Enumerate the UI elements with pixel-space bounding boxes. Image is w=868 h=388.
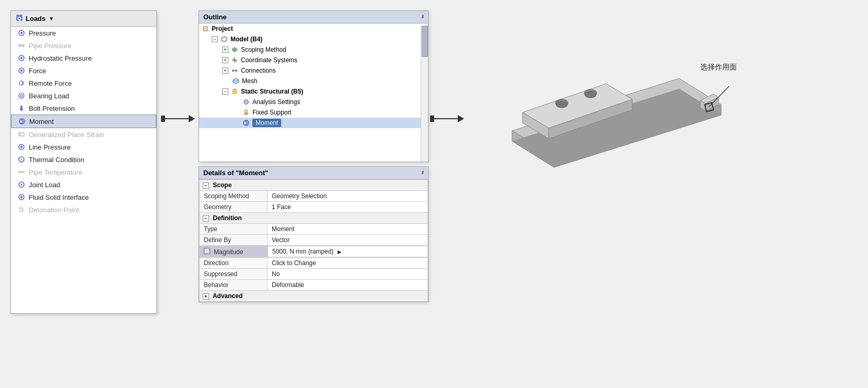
svg-point-3 xyxy=(20,32,22,34)
tree-item-static-structural[interactable]: − Static Structural (B5) xyxy=(199,86,428,97)
definition-section-header[interactable]: − Definition xyxy=(200,213,428,224)
svg-point-20 xyxy=(21,184,22,186)
scope-expand-btn[interactable]: − xyxy=(203,182,209,189)
outline-scrollbar[interactable] xyxy=(421,26,428,162)
geometry-expand[interactable]: + xyxy=(222,47,228,53)
loads-label: Loads xyxy=(26,15,45,22)
details-pin-icon[interactable]: ♯ xyxy=(421,169,424,176)
menu-item-pressure[interactable]: Pressure xyxy=(11,27,156,39)
menu-item-line-pressure[interactable]: Line Pressure xyxy=(11,141,156,153)
direction-row: Direction Click to Change xyxy=(200,258,428,269)
thermal-condition-label: Thermal Condition xyxy=(29,156,84,164)
menu-item-hydrostatic-pressure[interactable]: Hydrostatic Pressure xyxy=(11,52,156,64)
menu-item-bearing-load[interactable]: Bearing Load xyxy=(11,89,156,102)
tree-item-project[interactable]: Project xyxy=(199,24,428,34)
arrow-head-left xyxy=(189,115,195,122)
tree-item-connections[interactable]: + Connections xyxy=(199,65,428,76)
details-table: − Scope Scoping Method Geometry Selectio… xyxy=(199,179,428,302)
behavior-label: Behavior xyxy=(200,280,268,291)
menu-item-detonation-point: Detonation Point xyxy=(11,203,156,216)
magnitude-value[interactable]: 5000. N·mm (ramped) ▶ xyxy=(268,246,428,257)
geometry-label: Scoping Method xyxy=(241,46,286,53)
define-by-row: Define By Vector xyxy=(200,235,428,246)
loads-icon: Q xyxy=(15,14,24,24)
bolt-pretension-label: Bolt Pretension xyxy=(29,105,75,112)
tree-item-moment[interactable]: Moment xyxy=(199,118,428,128)
detonation-point-label: Detonation Point xyxy=(29,206,79,214)
svg-marker-38 xyxy=(232,88,237,90)
static-structural-label: Static Structural (B5) xyxy=(241,88,303,95)
advanced-header-label: Advanced xyxy=(213,292,242,300)
static-structural-icon xyxy=(230,87,239,96)
coordinate-icon xyxy=(230,56,239,64)
magnitude-arrow-icon[interactable]: ▶ xyxy=(338,249,342,255)
advanced-section-header[interactable]: + Advanced xyxy=(200,291,428,302)
remote-force-label: Remote Force xyxy=(29,79,72,87)
menu-item-pipe-pressure: Pipe Pressure xyxy=(11,39,156,52)
scoping-method-value[interactable]: Geometry Selection xyxy=(268,191,428,202)
tree-item-analysis-settings[interactable]: Analysis Settings xyxy=(199,97,428,107)
scoping-method-label: Scoping Method xyxy=(200,191,268,202)
define-by-value[interactable]: Vector xyxy=(268,235,428,246)
svg-text:Q: Q xyxy=(17,16,21,21)
thermal-condition-icon: T xyxy=(17,155,26,164)
loads-dropdown-arrow[interactable]: ▼ xyxy=(49,16,54,21)
menu-item-moment[interactable]: Moment xyxy=(11,115,156,128)
arrow-left xyxy=(157,10,199,122)
magnitude-label: Magnitude xyxy=(200,246,268,258)
menu-item-joint-load[interactable]: Joint Load xyxy=(11,178,156,191)
menu-item-remote-force[interactable]: Remote Force xyxy=(11,77,156,89)
outline-pin-icon[interactable]: ♯ xyxy=(421,14,424,20)
outline-scrollbar-thumb[interactable] xyxy=(422,26,428,57)
tree-item-coordinate-systems[interactable]: + Coordinate Systems xyxy=(199,55,428,65)
tree-item-fixed-support[interactable]: Fixed Support xyxy=(199,107,428,118)
line-pressure-icon xyxy=(17,143,26,151)
svg-text:T: T xyxy=(20,158,23,163)
definition-expand-btn[interactable]: − xyxy=(203,215,209,222)
direction-value[interactable]: Click to Change xyxy=(268,258,428,269)
connections-expand[interactable]: + xyxy=(222,67,228,74)
tree-item-mesh[interactable]: Mesh xyxy=(199,76,428,86)
3d-shape-svg xyxy=(481,26,742,235)
project-icon xyxy=(201,25,210,33)
advanced-expand-btn[interactable]: + xyxy=(203,293,209,300)
arrow-head-right xyxy=(458,115,464,122)
tree-item-geometry[interactable]: + Scoping Method xyxy=(199,44,428,55)
menu-item-force[interactable]: Force xyxy=(11,64,156,77)
coordinate-expand[interactable]: + xyxy=(222,57,228,63)
outline-title: Outline xyxy=(203,13,227,21)
behavior-value[interactable]: Deformable xyxy=(268,280,428,291)
type-value[interactable]: Moment xyxy=(268,224,428,235)
tree-item-model[interactable]: − Model (B4) xyxy=(199,34,428,44)
fluid-solid-label: Fluid Solid Interface xyxy=(29,193,89,201)
analysis-settings-label: Analysis Settings xyxy=(252,98,300,106)
svg-point-22 xyxy=(20,196,22,198)
suppressed-value[interactable]: No xyxy=(268,269,428,280)
menu-item-pipe-temperature: Pipe Temperature xyxy=(11,166,156,178)
outline-tree-container: Project − Model (B4) + Scoping Method xyxy=(199,24,428,157)
viewport-3d: 选择作用面 xyxy=(481,26,742,235)
behavior-row: Behavior Deformable xyxy=(200,280,428,291)
svg-rect-13 xyxy=(19,133,24,136)
menu-item-fluid-solid-interface[interactable]: Fluid Solid Interface xyxy=(11,191,156,203)
svg-point-10 xyxy=(19,93,24,98)
loads-menu-header[interactable]: Q Loads ▼ xyxy=(11,11,156,27)
remote-force-icon xyxy=(17,79,26,87)
scope-section-header[interactable]: − Scope xyxy=(200,180,428,191)
static-structural-expand[interactable]: − xyxy=(222,88,228,95)
pipe-temperature-label: Pipe Temperature xyxy=(29,168,82,176)
magnitude-checkbox[interactable] xyxy=(204,248,210,254)
menu-item-bolt-pretension[interactable]: Bolt Pretension xyxy=(11,102,156,115)
fixed-support-label: Fixed Support xyxy=(252,109,292,116)
menu-item-thermal-condition[interactable]: T Thermal Condition xyxy=(11,153,156,166)
svg-rect-25 xyxy=(204,29,207,30)
moment-tree-label: Moment xyxy=(252,119,281,127)
moment-label: Moment xyxy=(29,118,54,125)
geometry-value-cell[interactable]: 1 Face xyxy=(268,202,428,213)
svg-rect-24 xyxy=(204,27,207,28)
model-expand[interactable]: − xyxy=(212,36,218,42)
svg-marker-26 xyxy=(222,37,227,42)
mesh-icon xyxy=(232,77,240,85)
scope-header-cell: − Scope xyxy=(200,180,428,191)
svg-rect-37 xyxy=(232,90,237,94)
